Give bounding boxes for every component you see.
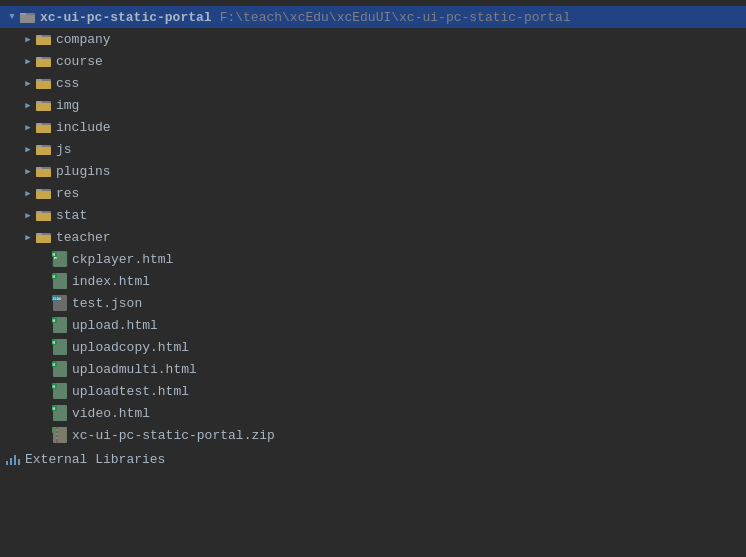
folder-icon-img bbox=[36, 99, 52, 111]
file-label-uploadcopy: uploadcopy.html bbox=[72, 340, 189, 355]
root-folder-label: xc-ui-pc-static-portal bbox=[40, 10, 212, 25]
html-file-icon-ckplayer: H H bbox=[52, 251, 68, 267]
svg-rect-17 bbox=[36, 125, 51, 133]
folder-arrow-plugins[interactable]: ▶ bbox=[20, 163, 36, 179]
folder-icon-course bbox=[36, 55, 52, 67]
html-file-icon-uploadtest: H bbox=[52, 383, 68, 399]
folder-item-css[interactable]: ▶ css bbox=[0, 72, 746, 94]
file-tree: ▼ xc-ui-pc-static-portal F:\teach\xcEdu\… bbox=[0, 0, 746, 476]
folder-arrow-teacher[interactable]: ▶ bbox=[20, 229, 36, 245]
file-label-zip: xc-ui-pc-static-portal.zip bbox=[72, 428, 275, 443]
html-file-icon-uploadmulti: H bbox=[52, 361, 68, 377]
svg-rect-26 bbox=[36, 191, 51, 199]
svg-rect-11 bbox=[36, 81, 51, 89]
folder-label-res: res bbox=[56, 186, 79, 201]
svg-rect-8 bbox=[36, 59, 51, 67]
folder-arrow-js[interactable]: ▶ bbox=[20, 141, 36, 157]
html-file-icon-upload: H bbox=[52, 317, 68, 333]
file-label-upload: upload.html bbox=[72, 318, 158, 333]
folder-label-course: course bbox=[56, 54, 103, 69]
folder-item-res[interactable]: ▶ res bbox=[0, 182, 746, 204]
folder-arrow-company[interactable]: ▶ bbox=[20, 31, 36, 47]
file-item-ckplayer[interactable]: H H ckplayer.html bbox=[0, 248, 746, 270]
folder-label-css: css bbox=[56, 76, 79, 91]
folder-icon-css bbox=[36, 77, 52, 89]
file-label-index: index.html bbox=[72, 274, 150, 289]
folder-item-teacher[interactable]: ▶ teacher bbox=[0, 226, 746, 248]
file-label-video: video.html bbox=[72, 406, 150, 421]
zip-file-icon bbox=[52, 427, 68, 443]
folder-arrow-css[interactable]: ▶ bbox=[20, 75, 36, 91]
file-item-uploadmulti[interactable]: H uploadmulti.html bbox=[0, 358, 746, 380]
html-file-icon-video: H bbox=[52, 405, 68, 421]
folder-item-company[interactable]: ▶ company bbox=[0, 28, 746, 50]
file-label-uploadmulti: uploadmulti.html bbox=[72, 362, 197, 377]
folder-item-plugins[interactable]: ▶ plugins bbox=[0, 160, 746, 182]
folder-icon-teacher bbox=[36, 231, 52, 243]
svg-rect-2 bbox=[20, 15, 35, 23]
json-file-icon-test: JSON bbox=[52, 295, 68, 311]
folder-icon-plugins bbox=[36, 165, 52, 177]
root-arrow[interactable]: ▼ bbox=[4, 9, 20, 25]
file-label-test-json: test.json bbox=[72, 296, 142, 311]
svg-rect-62 bbox=[56, 429, 58, 431]
file-label-uploadtest: uploadtest.html bbox=[72, 384, 189, 399]
svg-rect-29 bbox=[36, 213, 51, 221]
svg-rect-5 bbox=[36, 37, 51, 45]
folder-icon-include bbox=[36, 121, 52, 133]
file-item-index[interactable]: H index.html bbox=[0, 270, 746, 292]
folder-label-js: js bbox=[56, 142, 72, 157]
folder-arrow-img[interactable]: ▶ bbox=[20, 97, 36, 113]
folder-label-company: company bbox=[56, 32, 111, 47]
folder-item-course[interactable]: ▶ course bbox=[0, 50, 746, 72]
folder-item-stat[interactable]: ▶ stat bbox=[0, 204, 746, 226]
folder-arrow-stat[interactable]: ▶ bbox=[20, 207, 36, 223]
folder-label-stat: stat bbox=[56, 208, 87, 223]
folder-label-teacher: teacher bbox=[56, 230, 111, 245]
svg-rect-63 bbox=[56, 433, 58, 435]
folder-icon-res bbox=[36, 187, 52, 199]
folder-icon-js bbox=[36, 143, 52, 155]
root-folder-icon bbox=[20, 9, 36, 25]
folder-label-include: include bbox=[56, 120, 111, 135]
folder-label-img: img bbox=[56, 98, 79, 113]
folder-item-img[interactable]: ▶ img bbox=[0, 94, 746, 116]
html-file-icon-uploadcopy: H bbox=[52, 339, 68, 355]
svg-rect-20 bbox=[36, 147, 51, 155]
svg-rect-14 bbox=[36, 103, 51, 111]
file-label-ckplayer: ckplayer.html bbox=[72, 252, 173, 267]
html-file-icon-index: H bbox=[52, 273, 68, 289]
file-item-test-json[interactable]: JSON test.json bbox=[0, 292, 746, 314]
external-libraries-label: External Libraries bbox=[25, 452, 165, 467]
external-libraries-icon bbox=[6, 453, 20, 465]
file-item-zip[interactable]: xc-ui-pc-static-portal.zip bbox=[0, 424, 746, 446]
folder-icon-company bbox=[36, 33, 52, 45]
svg-rect-23 bbox=[36, 169, 51, 177]
file-item-uploadtest[interactable]: H uploadtest.html bbox=[0, 380, 746, 402]
file-item-video[interactable]: H video.html bbox=[0, 402, 746, 424]
svg-rect-32 bbox=[36, 235, 51, 243]
svg-text:JSON: JSON bbox=[52, 297, 60, 301]
root-folder-item[interactable]: ▼ xc-ui-pc-static-portal F:\teach\xcEdu\… bbox=[0, 6, 746, 28]
file-item-uploadcopy[interactable]: H uploadcopy.html bbox=[0, 336, 746, 358]
folder-arrow-course[interactable]: ▶ bbox=[20, 53, 36, 69]
folder-label-plugins: plugins bbox=[56, 164, 111, 179]
svg-rect-64 bbox=[56, 437, 58, 439]
file-item-upload[interactable]: H upload.html bbox=[0, 314, 746, 336]
folder-arrow-res[interactable]: ▶ bbox=[20, 185, 36, 201]
external-libraries-item[interactable]: External Libraries bbox=[0, 448, 746, 470]
folder-item-js[interactable]: ▶ js bbox=[0, 138, 746, 160]
folder-arrow-include[interactable]: ▶ bbox=[20, 119, 36, 135]
root-folder-path: F:\teach\xcEdu\xcEduUI\xc-ui-pc-static-p… bbox=[220, 10, 571, 25]
folder-item-include[interactable]: ▶ include bbox=[0, 116, 746, 138]
folder-icon-stat bbox=[36, 209, 52, 221]
